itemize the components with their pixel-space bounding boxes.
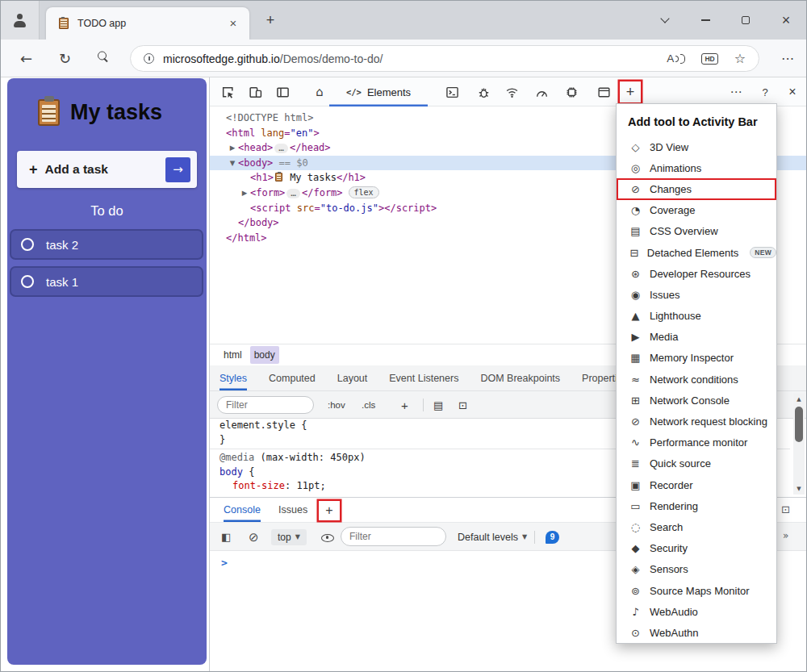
- add-task-label[interactable]: Add a task: [45, 162, 158, 177]
- menu-item-recorder[interactable]: ▣Recorder: [617, 474, 776, 495]
- menu-item-animations[interactable]: ◎Animations: [617, 157, 776, 178]
- add-task-submit-button[interactable]: →: [165, 157, 190, 182]
- site-info-icon[interactable]: [144, 53, 154, 64]
- inspect-element-button[interactable]: [218, 77, 237, 106]
- menu-item-source-maps-monitor[interactable]: ⊚Source Maps Monitor: [617, 580, 776, 601]
- menu-item-network-request-blocking[interactable]: ⊘Network request blocking: [617, 411, 776, 432]
- tab-styles[interactable]: Styles: [220, 365, 247, 390]
- browser-tab[interactable]: TODO app ×: [46, 7, 249, 40]
- tab-console-panel[interactable]: [442, 77, 462, 106]
- add-drawer-tool-button[interactable]: +: [319, 501, 340, 520]
- menu-item-network-conditions[interactable]: ≈Network conditions: [617, 369, 776, 390]
- minimize-button[interactable]: [687, 1, 724, 40]
- tab-network[interactable]: [502, 77, 521, 106]
- console-sidebar-icon[interactable]: ◧: [221, 523, 231, 551]
- tab-sources[interactable]: [474, 77, 493, 106]
- tab-layout[interactable]: Layout: [337, 365, 368, 390]
- devtools-close-button[interactable]: ×: [783, 77, 802, 106]
- menu-item-developer-resources[interactable]: ⊛Developer Resources: [617, 263, 776, 284]
- collapsed-content-badge[interactable]: …: [274, 144, 288, 153]
- tab-elements[interactable]: </> Elements: [329, 77, 428, 106]
- console-filter-input[interactable]: [341, 527, 446, 546]
- tab-memory[interactable]: [562, 77, 581, 106]
- styles-scrollbar[interactable]: ▲ ▼: [793, 394, 805, 495]
- menu-item-changes[interactable]: ⊘Changes: [617, 178, 776, 199]
- menu-item-search[interactable]: ◌Search: [617, 516, 776, 537]
- welcome-home-button[interactable]: ⌂: [310, 77, 329, 106]
- menu-item-webaudio[interactable]: ♪WebAudio: [617, 601, 776, 622]
- collapsed-content-badge[interactable]: …: [286, 189, 300, 198]
- menu-item-webauthn[interactable]: ⊙WebAuthn: [617, 622, 776, 643]
- read-aloud-button[interactable]: A: [667, 52, 685, 65]
- toggle-element-state-button[interactable]: :hov: [328, 391, 345, 419]
- scroll-down-icon[interactable]: ▼: [793, 486, 805, 492]
- menu-item-sensors[interactable]: ◈Sensors: [617, 559, 776, 580]
- menu-item-quick-source[interactable]: ≣Quick source: [617, 453, 776, 474]
- hd-badge[interactable]: HD: [701, 53, 717, 65]
- task-item[interactable]: task 2: [10, 229, 203, 260]
- task-item[interactable]: task 1: [10, 266, 203, 297]
- styles-filter-input[interactable]: [217, 396, 314, 414]
- browser-menu-button[interactable]: ⋯: [781, 51, 795, 66]
- url-text[interactable]: microsoftedge.github.io/Demos/demo-to-do…: [163, 52, 383, 65]
- breadcrumb-html[interactable]: html: [220, 346, 246, 364]
- page-viewport: My tasks + Add a task → To do task 2task…: [1, 77, 209, 671]
- activity-bar-layout-button[interactable]: [273, 77, 292, 106]
- console-context-dropdown[interactable]: top▼: [271, 523, 307, 551]
- back-button[interactable]: ←: [20, 50, 32, 67]
- profile-button[interactable]: [1, 1, 40, 40]
- menu-item-security[interactable]: ◆Security: [617, 538, 776, 559]
- devtools-more-button[interactable]: ⋯: [726, 77, 746, 106]
- add-task-bar[interactable]: + Add a task →: [17, 151, 197, 188]
- tab-issues[interactable]: Issues: [278, 498, 307, 522]
- task-checkbox-circle[interactable]: [21, 238, 34, 251]
- toolbar-overflow-icon[interactable]: »: [783, 530, 788, 541]
- new-tab-button[interactable]: +: [261, 11, 280, 31]
- expand-arrow-icon[interactable]: ▶: [239, 186, 250, 201]
- clear-console-icon[interactable]: ⊘: [249, 523, 259, 551]
- tab-event-listeners[interactable]: Event Listeners: [389, 365, 458, 390]
- favorite-star-icon[interactable]: ☆: [734, 51, 746, 66]
- message-count-badge[interactable]: 9: [546, 523, 559, 551]
- window-close-button[interactable]: ×: [767, 1, 805, 40]
- tab-performance[interactable]: [532, 77, 551, 106]
- tab-dom-breakpoints[interactable]: DOM Breakpoints: [480, 365, 560, 390]
- expand-arrow-icon[interactable]: ▼: [227, 156, 238, 171]
- menu-item-media[interactable]: ▶Media: [617, 327, 776, 348]
- computed-sidebar-icon[interactable]: ⊡: [458, 391, 467, 419]
- menu-item-lighthouse[interactable]: ▲Lighthouse: [617, 306, 776, 327]
- device-emulation-button[interactable]: [245, 77, 265, 106]
- new-style-rule-button[interactable]: +: [401, 391, 408, 419]
- address-bar[interactable]: microsoftedge.github.io/Demos/demo-to-do…: [130, 45, 759, 72]
- menu-item-coverage[interactable]: ◔Coverage: [617, 200, 776, 221]
- scroll-up-icon[interactable]: ▲: [793, 396, 805, 403]
- menu-item-memory-inspector[interactable]: ▦Memory Inspector: [617, 348, 776, 369]
- rendering-emulations-icon[interactable]: ▤: [433, 391, 443, 419]
- live-expression-button[interactable]: [321, 523, 334, 551]
- add-tool-button[interactable]: +: [620, 81, 641, 102]
- search-button[interactable]: [98, 50, 109, 67]
- menu-item-3d-view[interactable]: ◇3D View: [617, 136, 776, 157]
- menu-item-issues[interactable]: ◉Issues: [617, 284, 776, 305]
- menu-item-detached-elements[interactable]: ⊟Detached ElementsNEW: [617, 242, 776, 263]
- tab-actions-button[interactable]: [646, 1, 684, 40]
- tab-computed[interactable]: Computed: [269, 365, 316, 390]
- task-checkbox-circle[interactable]: [21, 275, 34, 288]
- menu-item-performance-monitor[interactable]: ∿Performance monitor: [617, 432, 776, 453]
- menu-item-network-console[interactable]: ⊞Network Console: [617, 390, 776, 411]
- tab-console[interactable]: Console: [224, 498, 261, 522]
- scrollbar-thumb[interactable]: [795, 407, 803, 442]
- log-levels-dropdown[interactable]: Default levels▼: [458, 523, 527, 551]
- menu-item-rendering[interactable]: ▭Rendering: [617, 495, 776, 516]
- element-classes-button[interactable]: .cls: [362, 391, 375, 419]
- drawer-dock-icon[interactable]: ⊡: [781, 503, 790, 515]
- expand-arrow-icon[interactable]: ▶: [227, 140, 238, 156]
- menu-item-css-overview[interactable]: ▤CSS Overview: [617, 221, 776, 242]
- tab-application[interactable]: [594, 77, 613, 106]
- refresh-button[interactable]: ↻: [59, 50, 71, 67]
- breadcrumb-body[interactable]: body: [250, 346, 279, 364]
- console-prompt[interactable]: >: [221, 557, 228, 569]
- maximize-button[interactable]: [727, 1, 764, 40]
- devtools-help-button[interactable]: ?: [755, 77, 775, 106]
- tab-close-icon[interactable]: ×: [225, 15, 241, 31]
